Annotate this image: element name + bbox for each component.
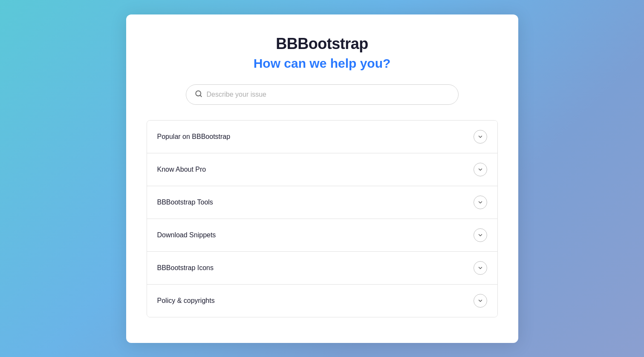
accordion-toggle-policy[interactable]	[474, 294, 487, 308]
chevron-down-icon	[477, 265, 483, 271]
accordion-label-tools: BBBootstrap Tools	[157, 199, 213, 206]
chevron-down-icon	[477, 167, 483, 173]
accordion-label-policy: Policy & copyrights	[157, 297, 215, 305]
accordion-toggle-tools[interactable]	[474, 196, 487, 209]
accordion-item-popular[interactable]: Popular on BBBootstrap	[147, 121, 497, 153]
chevron-down-icon	[477, 199, 483, 205]
svg-line-1	[200, 95, 201, 96]
accordion-item-download[interactable]: Download Snippets	[147, 219, 497, 252]
page-header: BBBootstrap How can we help you?	[147, 35, 498, 71]
help-subtitle: How can we help you?	[147, 56, 498, 71]
main-card: BBBootstrap How can we help you? Popular…	[126, 14, 518, 343]
accordion-item-know-pro[interactable]: Know About Pro	[147, 153, 497, 186]
accordion: Popular on BBBootstrap Know About Pro BB…	[147, 120, 498, 317]
search-wrapper	[147, 84, 498, 105]
accordion-toggle-icons[interactable]	[474, 261, 487, 275]
accordion-label-know-pro: Know About Pro	[157, 166, 206, 173]
accordion-item-tools[interactable]: BBBootstrap Tools	[147, 186, 497, 219]
chevron-down-icon	[477, 232, 483, 238]
accordion-toggle-download[interactable]	[474, 228, 487, 242]
chevron-down-icon	[477, 298, 483, 304]
search-icon	[195, 90, 202, 99]
accordion-label-download: Download Snippets	[157, 231, 216, 239]
accordion-item-policy[interactable]: Policy & copyrights	[147, 285, 497, 317]
search-container	[186, 84, 459, 105]
accordion-item-icons[interactable]: BBBootstrap Icons	[147, 252, 497, 285]
brand-title: BBBootstrap	[147, 35, 498, 53]
chevron-down-icon	[477, 134, 483, 140]
accordion-toggle-know-pro[interactable]	[474, 163, 487, 176]
accordion-label-icons: BBBootstrap Icons	[157, 264, 214, 272]
search-input[interactable]	[207, 91, 450, 98]
accordion-toggle-popular[interactable]	[474, 130, 487, 144]
accordion-label-popular: Popular on BBBootstrap	[157, 133, 231, 141]
